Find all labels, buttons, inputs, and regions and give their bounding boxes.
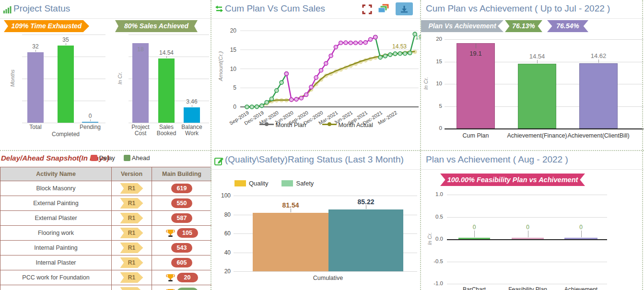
bar (82, 122, 98, 123)
activity-name-cell: Block Masonry (0, 181, 112, 196)
x-label: Cumulative (290, 275, 366, 281)
version-cell: R1 (112, 181, 152, 196)
panel-divider (642, 0, 643, 290)
value-label: 0 (572, 224, 591, 231)
version-ribbon: R1 (120, 228, 143, 238)
bar (253, 213, 328, 271)
value-label: 32 (21, 43, 50, 50)
version-cell: R1 (112, 226, 152, 241)
label-connector (291, 209, 291, 212)
edit-icon (214, 156, 223, 165)
x-label: Pending (69, 124, 112, 130)
grid-line (129, 35, 209, 35)
delay-badge: 543 (171, 243, 192, 253)
table-row: Block MasonryR1619 (0, 181, 212, 196)
data-point (344, 41, 348, 45)
panel-cum-plan-vs-cum-sales: Cum Plan Vs Cum Sales 05101520Sep-2019De… (211, 0, 421, 150)
line-series-cum-plan (286, 37, 375, 100)
y-tick-label: 10 (428, 81, 442, 86)
value-label: 3.46 (177, 98, 206, 105)
delay-legend-swatch (91, 155, 97, 161)
y-axis-label: Amount(Cr.) (218, 45, 223, 88)
delay-badge: 587 (171, 213, 192, 223)
data-point (378, 56, 382, 59)
legend-item[interactable]: Month Actual (322, 122, 373, 128)
data-point (369, 37, 373, 41)
page-title: Project Status (13, 3, 70, 14)
col-version: Version (112, 167, 152, 181)
ahead-badge: -3 (177, 288, 198, 290)
legend-item[interactable]: Quality (234, 180, 268, 187)
grid-line (129, 123, 209, 123)
panel-divider (211, 0, 211, 290)
layers-icon[interactable] (378, 3, 390, 17)
grid-line (447, 284, 607, 284)
label-connector (598, 59, 599, 63)
activity-name-cell: External Plaster (0, 211, 112, 226)
value-label: 81.54 (271, 201, 310, 209)
label-connector (35, 50, 36, 52)
data-point (245, 105, 249, 109)
dashboard: Project Status 109% Time Exhausted 80% S… (0, 0, 644, 290)
table-row: Flooring workR1105 (0, 226, 212, 241)
ahead-legend-label: Ahead (132, 154, 150, 162)
label-connector (192, 105, 192, 107)
delay-ahead-table: Activity Name Version Main Building Bloc… (0, 167, 211, 290)
value-label: 0 (465, 224, 484, 231)
y-tick-label: 80 (215, 211, 231, 218)
ahead-legend-swatch (124, 155, 130, 161)
days-cell: 619 (152, 181, 212, 196)
days-cell: 543 (152, 241, 212, 255)
data-point (255, 105, 259, 109)
x-label: Sales Booked (152, 124, 181, 137)
data-point (374, 35, 377, 39)
label-connector (581, 231, 582, 237)
fullscreen-icon[interactable] (362, 4, 372, 16)
y-tick-label: 0 (428, 125, 442, 131)
bar (518, 64, 556, 128)
days-cell: 105 (152, 226, 212, 241)
activity-name-cell: Internal Plaster (0, 255, 112, 270)
version-cell: R1 (112, 241, 152, 255)
value-label: 85.22 (347, 198, 385, 206)
table-row: External PlasterR1587 (0, 211, 212, 226)
data-point (284, 72, 288, 76)
version-ribbon: R1 (120, 243, 143, 253)
bar (158, 58, 175, 123)
data-point (294, 97, 298, 101)
x-label: Total (14, 124, 57, 130)
panel-divider (0, 150, 644, 151)
sales-achieved-banner: 80% Sales Achieved (115, 20, 198, 32)
data-point (319, 69, 323, 72)
label-connector (528, 231, 528, 237)
delay-badge: 619 (171, 184, 192, 193)
bar (458, 238, 490, 239)
value-label: 35 (51, 36, 80, 43)
version-cell: R1 (112, 270, 152, 285)
delay-badge: 550 (171, 198, 192, 208)
panel-header: Cum Plan vs Achievement ( Up to Jul - 20… (421, 0, 644, 19)
version-ribbon: R1 (120, 272, 143, 283)
data-point (329, 54, 333, 58)
y-tick-label: -1.0 (427, 280, 443, 286)
grid-line (234, 271, 417, 272)
download-button[interactable] (396, 2, 413, 15)
table-row: Internal PlasterR1605 (0, 255, 212, 270)
y-tick-label: 20 (215, 268, 231, 275)
panel-plan-vs-achievement-aug: Plan vs Achievement ( Aug - 2022 ) 100.0… (421, 151, 644, 290)
delay-badge: 105 (177, 228, 198, 238)
grid-line (22, 35, 105, 35)
y-axis-label: In Cr. (423, 64, 429, 103)
data-point (388, 53, 392, 57)
label-connector (366, 205, 366, 209)
legend-item[interactable]: Safety (281, 180, 314, 187)
version-cell: R1 (112, 255, 152, 270)
panel-cum-plan-vs-achievement: Cum Plan vs Achievement ( Up to Jul - 20… (421, 0, 644, 150)
bar (579, 63, 618, 128)
data-point (359, 41, 363, 45)
legend-item[interactable]: Month Plan (259, 122, 306, 128)
grid-line (447, 239, 607, 240)
value-label: 0 (76, 113, 105, 119)
data-point (354, 41, 358, 45)
x-label: Completed (44, 131, 87, 138)
